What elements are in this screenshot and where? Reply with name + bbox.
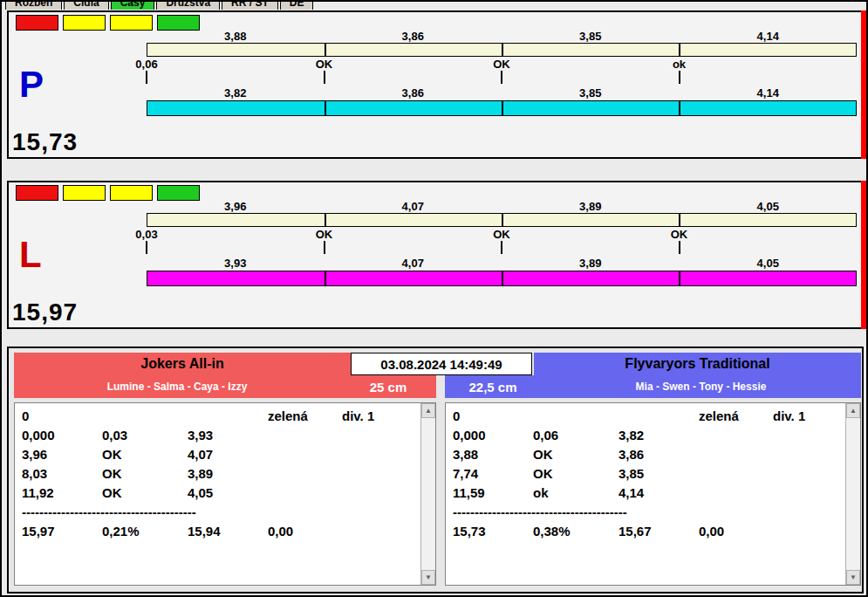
scroll-down-icon[interactable]: ▼ (421, 570, 435, 585)
run-number: 0 (453, 407, 533, 426)
crossing-status: 0,06 (135, 58, 157, 71)
team-right-name: Flyvaryors Traditional (625, 356, 769, 372)
bar-divider (502, 271, 503, 285)
lane-panel-p: P 15,73 3,88 3,86 3,85 4,14 0,06 OK OK o… (7, 10, 864, 159)
lane-l-edge-marker (861, 181, 866, 329)
lane-l-ticks (147, 241, 857, 254)
split-time: 3,88 (147, 30, 325, 43)
team-right-jump-height: 22,5 cm (445, 380, 541, 395)
scroll-up-icon[interactable]: ▲ (846, 403, 860, 418)
result-header-row: 0 zelená div. 1 (453, 407, 839, 426)
split-time: 4,07 (325, 200, 502, 213)
crossing-status: OK (493, 228, 510, 241)
bar-divider (679, 271, 680, 285)
bar-divider (325, 214, 326, 226)
lane-l-crossing-status: 0,03 OK OK OK (147, 228, 857, 241)
team-right-result-pane[interactable]: 0 zelená div. 1 0,000 0,06 3,82 3,88 OK … (445, 402, 861, 586)
split-time: 4,05 (680, 200, 858, 213)
scroll-up-icon[interactable]: ▲ (421, 403, 435, 418)
result-row: 11,59 ok 4,14 (453, 484, 839, 503)
result-row: 0,000 0,06 3,82 (453, 426, 839, 445)
lane-l-run-bar (147, 271, 857, 286)
result-totals-row: 15,97 0,21% 15,94 0,00 (22, 522, 414, 541)
split-time: 3,86 (325, 30, 502, 43)
lane-l-letter: L (19, 237, 42, 273)
lane-p-run-bar (147, 100, 857, 116)
tick-mark (501, 71, 502, 84)
lane-p-bottom-splits: 3,82 3,86 3,85 4,14 (147, 86, 857, 100)
tick-mark (146, 241, 147, 254)
light-red (16, 15, 58, 31)
division: div. 1 (342, 407, 414, 426)
lane-p-total-time: 15,73 (12, 128, 78, 156)
result-row: 0,000 0,03 3,93 (22, 426, 414, 445)
team-left-members: Lumine - Salma - Caya - Izzy (14, 381, 340, 393)
lane-l-bottom-splits: 3,93 4,07 3,89 4,05 (147, 257, 857, 270)
split-time: 4,05 (680, 257, 858, 270)
tick-mark (679, 71, 680, 84)
result-header-row: 0 zelená div. 1 (22, 407, 414, 426)
split-time: 3,85 (502, 86, 680, 100)
lane-p-split-bar (147, 43, 857, 57)
run-status: zelená (699, 407, 773, 426)
timestamp: 03.08.2024 14:49:49 (380, 357, 502, 372)
timestamp-box: 03.08.2024 14:49:49 (351, 353, 532, 375)
tab-rr-st[interactable]: RR / ST (222, 2, 278, 10)
split-time: 3,86 (325, 86, 502, 100)
lane-l-split-bar (147, 213, 857, 227)
bar-divider (502, 44, 503, 56)
bar-divider (679, 214, 680, 226)
bar-divider (502, 214, 503, 226)
flyball-timing-window: Rozbeh Čidla Časy Družstva RR / ST DE P … (0, 0, 868, 597)
tab-cidla[interactable]: Čidla (64, 2, 108, 10)
team-right-name-bar: Flyvaryors Traditional (534, 353, 861, 375)
lane-p-top-splits: 3,88 3,86 3,85 4,14 (147, 30, 857, 43)
run-status: zelená (268, 407, 342, 426)
separator-dashes: ---------------------------------------- (22, 503, 414, 522)
tab-druzstva[interactable]: Družstva (156, 2, 220, 10)
bar-divider (502, 101, 503, 115)
team-left-name-bar: Jokers All-in (14, 353, 351, 375)
result-row: 8,03 OK 3,89 (22, 464, 414, 484)
tick-mark (146, 71, 147, 84)
run-number: 0 (22, 407, 102, 426)
crossing-status: OK (493, 58, 510, 71)
split-time: 3,96 (147, 200, 325, 213)
tab-de[interactable]: DE (280, 2, 314, 10)
light-yellow-1 (63, 15, 106, 31)
split-time: 3,93 (147, 257, 325, 270)
crossing-status: OK (316, 58, 333, 71)
results-section: Jokers All-in 03.08.2024 14:49:49 Flyvar… (7, 347, 864, 594)
team-left-jump-height: 25 cm (340, 380, 436, 395)
split-time: 3,85 (502, 30, 680, 43)
split-time: 3,89 (502, 257, 680, 270)
result-row: 3,88 OK 3,86 (453, 445, 839, 464)
team-left-result-pane[interactable]: 0 zelená div. 1 0,000 0,03 3,93 3,96 OK … (14, 402, 436, 586)
scrollbar[interactable]: ▲ ▼ (420, 403, 435, 585)
crossing-status: OK (316, 228, 333, 241)
lane-p-crossing-status: 0,06 OK OK ok (147, 58, 857, 71)
result-row: 11,92 OK 4,05 (22, 484, 414, 503)
result-totals-row: 15,73 0,38% 15,67 0,00 (453, 522, 839, 541)
result-row: 3,96 OK 4,07 (22, 445, 414, 464)
light-yellow-1 (63, 185, 106, 201)
crossing-status: OK (671, 228, 688, 241)
tab-casy[interactable]: Časy (111, 2, 155, 10)
scrollbar[interactable]: ▲ ▼ (845, 403, 860, 585)
light-red (16, 185, 58, 201)
scroll-down-icon[interactable]: ▼ (846, 570, 860, 585)
split-time: 4,07 (325, 257, 502, 270)
tick-mark (679, 241, 680, 254)
bar-divider (679, 101, 680, 115)
lane-l-top-splits: 3,96 4,07 3,89 4,05 (147, 200, 857, 213)
split-time: 3,89 (502, 200, 680, 213)
tab-rozbeh[interactable]: Rozbeh (5, 2, 62, 10)
tick-mark (324, 241, 325, 254)
lane-p-ticks (147, 71, 857, 84)
lane-p-bars: 3,88 3,86 3,85 4,14 0,06 OK OK ok (147, 12, 857, 157)
division: div. 1 (773, 407, 839, 426)
lane-l-bars: 3,96 4,07 3,89 4,05 0,03 OK OK OK (147, 182, 857, 327)
bar-divider (679, 44, 680, 56)
result-row: 7,74 OK 3,85 (453, 464, 839, 484)
bar-divider (325, 44, 326, 56)
